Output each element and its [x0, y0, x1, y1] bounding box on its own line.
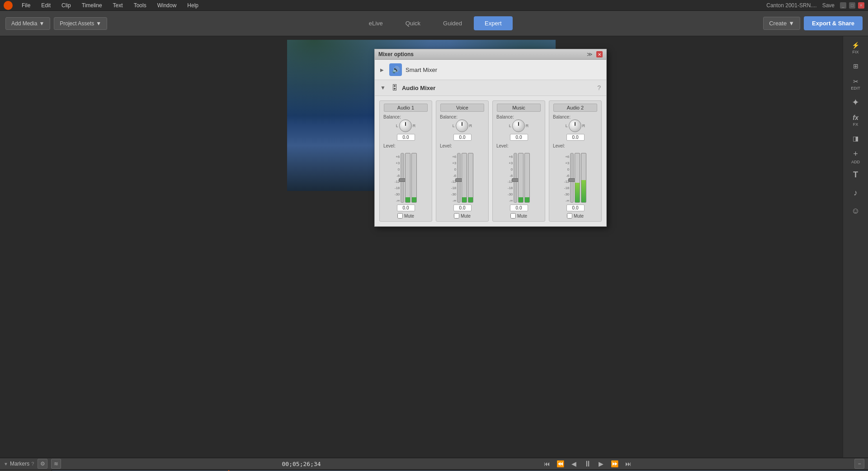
channel-audio1-balance-row: L R	[396, 119, 416, 132]
channel-audio1-meter: +6+30-6-12-18-30-∞	[395, 148, 417, 203]
channel-voice-L: L	[453, 124, 455, 128]
channel-audio1-mute-check[interactable]	[397, 213, 403, 219]
channel-audio1-L: L	[396, 124, 398, 128]
channel-audio1-name[interactable]: Audio 1	[384, 104, 427, 112]
channel-audio2-L: L	[566, 124, 568, 128]
channel-audio2-empty	[575, 153, 580, 183]
channel-voice-scale: +6+30-6-12-18-30-∞	[451, 153, 457, 203]
export-share-button[interactable]: Export & Share	[804, 16, 863, 30]
channel-music-level-label: Level:	[496, 143, 509, 148]
color-button[interactable]: ◨	[845, 130, 867, 147]
play-button[interactable]: ▶	[596, 458, 607, 469]
waveform-button[interactable]: ≋	[51, 459, 61, 469]
zoom-out-button[interactable]: −	[854, 459, 864, 469]
menu-clip[interactable]: Clip	[60, 1, 73, 10]
music-button[interactable]: ♪	[845, 185, 867, 201]
channel-music-balance-row: L R	[509, 119, 529, 132]
go-end-button[interactable]: ⏭	[623, 458, 634, 469]
adjust-button[interactable]: ⊞	[845, 58, 867, 74]
channel-audio2-level-val: 0.0	[566, 205, 585, 211]
text-icon: T	[853, 170, 858, 180]
settings-button[interactable]: ⚙	[38, 459, 47, 469]
create-button[interactable]: Create▼	[763, 17, 800, 30]
menu-text[interactable]: Text	[111, 1, 125, 10]
channel-music-meter: +6+30-6-12-18-30-∞	[508, 148, 530, 203]
channel-music-knob[interactable]	[512, 119, 525, 132]
menu-window[interactable]: Window	[156, 1, 179, 10]
channel-voice-name[interactable]: Voice	[440, 104, 484, 112]
channel-audio2-balance-row: L R	[566, 119, 585, 132]
channel-audio1-empty	[406, 153, 410, 197]
channels-area: Audio 1 Balance: L R 0.0 Level: +6+30-6-…	[375, 96, 606, 226]
add-label: ADD	[851, 160, 860, 164]
text-button[interactable]: T	[845, 167, 867, 183]
add-button[interactable]: + ADD	[845, 148, 867, 165]
mixer-close-button[interactable]: ✕	[596, 51, 603, 57]
menu-edit[interactable]: Edit	[39, 1, 52, 10]
channel-music-balance-label: Balance:	[496, 114, 514, 119]
channel-voice-knob[interactable]	[456, 119, 468, 132]
effects-button[interactable]: ✦	[845, 94, 867, 110]
channel-music-scale: +6+30-6-12-18-30-∞	[508, 153, 513, 203]
tab-expert[interactable]: Expert	[474, 16, 513, 30]
menu-tools[interactable]: Tools	[132, 1, 148, 10]
tab-guided[interactable]: Guided	[432, 16, 473, 30]
tab-elive[interactable]: eLive	[358, 16, 394, 30]
menu-help[interactable]: Help	[185, 1, 200, 10]
maximize-button[interactable]: □	[849, 2, 855, 9]
timeline-header: ▼ Markers ? ⚙ ≋ 00;05;26;34 ⏮ ⏪ ◀ ⏸ ▶ ⏩ …	[0, 457, 868, 470]
audio-mixer-collapse[interactable]: ▼	[380, 85, 386, 91]
channel-music-mute-row: Mute	[510, 213, 527, 219]
channel-audio1-mute-row: Mute	[397, 213, 414, 219]
channel-voice-mute-check[interactable]	[454, 213, 459, 219]
channel-audio2-mute-check[interactable]	[567, 213, 572, 219]
next-frame-button[interactable]: ⏩	[609, 458, 620, 469]
timeline-help[interactable]: ?	[31, 461, 34, 466]
go-start-button[interactable]: ⏮	[542, 458, 552, 469]
channel-music-fader[interactable]	[514, 153, 517, 203]
channel-audio2-level-label: Level:	[553, 143, 565, 148]
channel-audio2-fill	[575, 183, 580, 202]
prev-frame-button[interactable]: ⏪	[555, 458, 566, 469]
timeline-full: ▼ Markers ? ⚙ ≋ 00;05;26;34 ⏮ ⏪ ◀ ⏸ ▶ ⏩ …	[0, 457, 868, 471]
markers-collapse[interactable]: ▼	[4, 461, 8, 466]
fix-button[interactable]: ⚡ FIX	[845, 40, 867, 56]
menu-timeline[interactable]: Timeline	[80, 1, 104, 10]
mixer-title-bar: Mixer options ≫ ✕	[375, 49, 606, 60]
play-pause-button[interactable]: ⏸	[582, 458, 593, 469]
close-button[interactable]: ✕	[858, 2, 864, 9]
menu-bar: File Edit Clip Timeline Text Tools Windo…	[0, 0, 868, 11]
channel-voice-level-label: Level:	[440, 143, 452, 148]
save-button[interactable]: Save	[822, 2, 835, 9]
smart-mixer-expand[interactable]: ▶	[380, 67, 384, 72]
channel-audio2-name[interactable]: Audio 2	[553, 104, 597, 112]
rewind-button[interactable]: ◀	[569, 458, 580, 469]
channel-audio2-balance-val: 0.0	[566, 134, 585, 141]
channel-audio2-balance-label: Balance:	[553, 114, 571, 119]
menu-file[interactable]: File	[20, 1, 32, 10]
fx-button[interactable]: fx FX	[845, 112, 867, 128]
channel-audio1-fader[interactable]	[401, 153, 404, 203]
channel-voice-mute-row: Mute	[454, 213, 471, 219]
mixer-expand-icon[interactable]: ≫	[587, 51, 593, 57]
audio-mixer-help[interactable]: ?	[597, 84, 601, 91]
channel-audio1-R: R	[413, 124, 416, 128]
toolbar: Add Media▼ Project Assets▼ eLive Quick G…	[0, 11, 868, 36]
audio-mixer-icon: 🎛	[391, 84, 398, 92]
channel-music-R: R	[526, 124, 529, 128]
emoji-button[interactable]: ☺	[845, 203, 867, 219]
edit-button[interactable]: ✂ EDIT	[845, 76, 867, 92]
channel-music-name[interactable]: Music	[497, 104, 540, 112]
minimize-button[interactable]: _	[840, 2, 846, 9]
channel-music-mute-check[interactable]	[510, 213, 516, 219]
channel-audio2-fader[interactable]	[570, 153, 574, 203]
channel-music-meter-bar2	[524, 153, 530, 203]
smart-mixer-icon: 🔊	[389, 63, 402, 76]
project-assets-button[interactable]: Project Assets▼	[54, 17, 107, 30]
channel-audio1-knob[interactable]	[399, 119, 412, 132]
add-media-button[interactable]: Add Media▼	[5, 17, 50, 30]
add-icon: +	[853, 149, 858, 159]
channel-voice-fader[interactable]	[457, 153, 461, 203]
channel-audio2-knob[interactable]	[569, 119, 581, 132]
tab-quick[interactable]: Quick	[395, 16, 431, 30]
